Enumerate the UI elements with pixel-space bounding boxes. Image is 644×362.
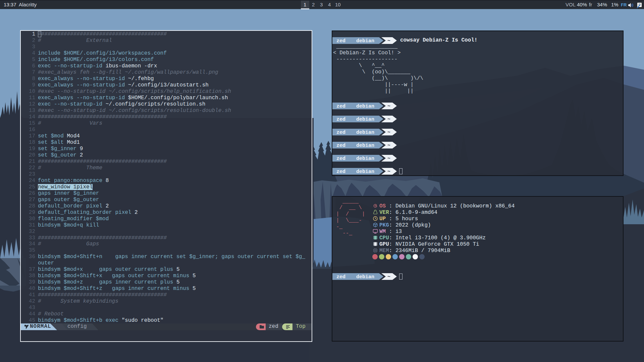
svg-text:zed: zed bbox=[336, 38, 345, 44]
svg-text:zed: zed bbox=[336, 130, 345, 135]
svg-text:debian: debian bbox=[356, 38, 374, 44]
svg-text:zed: zed bbox=[336, 156, 345, 162]
svg-text:debian: debian bbox=[356, 104, 374, 109]
svg-text:zed: zed bbox=[336, 143, 345, 148]
svg-text:debian: debian bbox=[356, 274, 374, 280]
svg-text:zed: zed bbox=[336, 104, 345, 109]
svg-text:~: ~ bbox=[387, 117, 390, 122]
svg-text:~: ~ bbox=[387, 104, 390, 109]
svg-text:~: ~ bbox=[387, 156, 390, 162]
svg-text:debian: debian bbox=[356, 130, 374, 135]
svg-text:debian: debian bbox=[356, 117, 374, 122]
svg-text:zed: zed bbox=[336, 117, 345, 122]
svg-text:debian: debian bbox=[356, 169, 374, 175]
svg-text:~: ~ bbox=[387, 169, 390, 175]
svg-text:~: ~ bbox=[387, 38, 390, 44]
svg-text:~: ~ bbox=[387, 274, 390, 280]
svg-text:debian: debian bbox=[356, 156, 374, 162]
svg-text:~: ~ bbox=[387, 130, 390, 135]
svg-text:zed: zed bbox=[336, 169, 345, 175]
svg-text:zed: zed bbox=[336, 274, 345, 280]
svg-text:debian: debian bbox=[356, 143, 374, 148]
svg-text:~: ~ bbox=[387, 143, 390, 148]
